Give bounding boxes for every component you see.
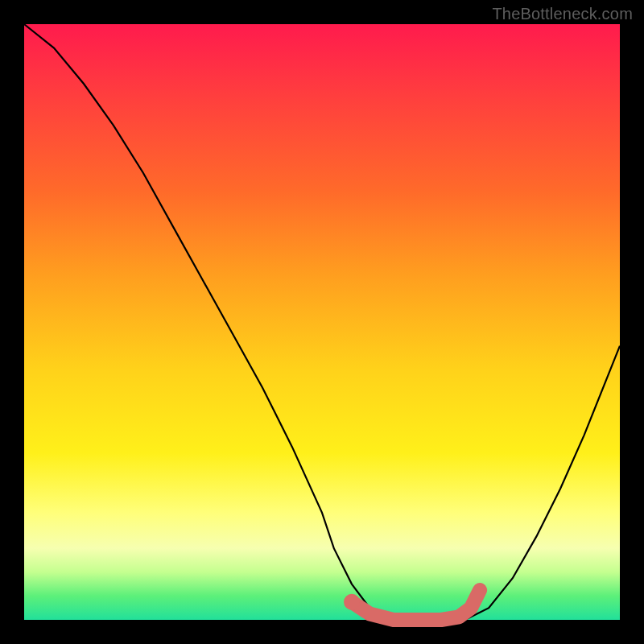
bottom-highlight-path bbox=[352, 590, 480, 620]
chart-svg bbox=[24, 24, 620, 620]
bottleneck-curve-path bbox=[24, 24, 620, 620]
highlight-start-dot bbox=[344, 594, 360, 610]
chart-frame bbox=[24, 24, 620, 620]
attribution-text: TheBottleneck.com bbox=[492, 5, 633, 23]
